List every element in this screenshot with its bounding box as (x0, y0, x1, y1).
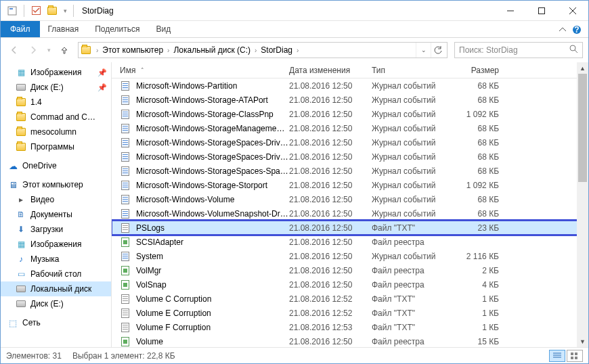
sidebar-item[interactable]: 🗎Документы (1, 207, 111, 222)
folder-icon (16, 97, 26, 108)
address-bar[interactable]: › Этот компьютер › Локальный диск (C:) ›… (78, 42, 448, 58)
sidebar-item[interactable]: ♪Музыка (1, 252, 111, 267)
file-row[interactable]: Volume21.08.2016 12:50Файл реестра15 КБ (112, 334, 588, 347)
file-size: 23 КБ (452, 223, 506, 233)
chevron-right-icon[interactable]: › (95, 47, 100, 54)
sidebar-item[interactable]: Диск (E:)📌 (1, 80, 111, 95)
sidebar-item[interactable]: Commad and C… (1, 110, 111, 124)
svg-point-9 (570, 45, 575, 51)
file-type: Файл "TXT" (372, 223, 452, 233)
file-list-pane: Имя˄ Дата изменения Тип Размер Microsoft… (112, 62, 588, 347)
file-row[interactable]: Volume F Corruption21.08.2016 12:53Файл … (112, 320, 588, 334)
breadcrumb-item[interactable]: Локальный диск (C:) (171, 45, 253, 55)
scroll-down-icon[interactable]: ▼ (577, 336, 588, 347)
chevron-right-icon[interactable]: › (295, 47, 300, 54)
ribbon-collapse-icon[interactable] (559, 21, 567, 38)
file-row[interactable]: VolMgr21.08.2016 12:50Файл реестра2 КБ (112, 263, 588, 277)
properties-icon[interactable] (5, 3, 20, 18)
breadcrumb-item[interactable]: StorDiag (258, 45, 295, 55)
scroll-up-icon[interactable]: ▲ (577, 62, 588, 74)
sidebar-item[interactable]: 1.4 (1, 95, 111, 110)
file-date: 21.08.2016 12:50 (289, 209, 372, 219)
video-icon: ▸ (16, 194, 26, 205)
file-type: Журнал событий (372, 81, 452, 91)
column-date[interactable]: Дата изменения (289, 66, 372, 75)
close-button[interactable] (557, 1, 588, 21)
file-row[interactable]: SCSIAdapter21.08.2016 12:50Файл реестра (112, 235, 588, 249)
sidebar-onedrive[interactable]: ☁ OneDrive (1, 158, 111, 173)
file-row[interactable]: Microsoft-Windows-StorageSpaces-Spac…21.… (112, 164, 588, 178)
scroll-thumb[interactable] (578, 74, 587, 182)
back-button[interactable] (6, 42, 22, 58)
search-icon[interactable] (569, 45, 578, 55)
file-row[interactable]: PSLogs21.08.2016 12:50Файл "TXT"23 КБ (112, 221, 588, 235)
sidebar-item[interactable]: ⬇Загрузки (1, 222, 111, 237)
svg-rect-4 (539, 7, 545, 14)
chevron-right-icon[interactable]: › (166, 47, 171, 54)
qat-dropdown-icon[interactable]: ▾ (61, 3, 69, 18)
file-row[interactable]: Microsoft-Windows-Partition21.08.2016 12… (112, 78, 588, 93)
sidebar-this-pc[interactable]: 🖥 Этот компьютер (1, 177, 111, 192)
file-row[interactable]: Microsoft-Windows-StorageManagemen…21.08… (112, 121, 588, 135)
file-row[interactable]: Microsoft-Windows-Storage-Storport21.08.… (112, 178, 588, 192)
event-file-icon (120, 81, 131, 91)
file-row[interactable]: VolSnap21.08.2016 12:50Файл реестра4 КБ (112, 277, 588, 292)
sidebar-item[interactable]: ▦Изображения (1, 237, 111, 252)
chevron-right-icon[interactable]: › (253, 47, 258, 54)
sidebar-item[interactable]: ▭Рабочий стол (1, 267, 111, 281)
status-selection: Выбран 1 элемент: 22,8 КБ (72, 351, 175, 361)
sidebar-item-label: 1.4 (30, 97, 42, 107)
this-pc-icon: 🖥 (7, 179, 18, 190)
refresh-icon[interactable] (431, 43, 445, 58)
pictures-icon: ▦ (16, 239, 26, 250)
column-type[interactable]: Тип (372, 66, 452, 75)
maximize-button[interactable] (526, 1, 557, 21)
pin-icon: 📌 (97, 83, 107, 92)
folder-icon[interactable] (45, 3, 60, 18)
recent-dropdown-icon[interactable]: ▾ (44, 42, 53, 58)
window-controls (495, 1, 588, 21)
sidebar-item[interactable]: ▸Видео (1, 192, 111, 207)
tab-home[interactable]: Главная (40, 21, 87, 37)
tab-share[interactable]: Поделиться (87, 21, 148, 37)
sidebar-item[interactable]: Диск (E:) (1, 296, 111, 311)
file-type: Файл реестра (372, 280, 452, 290)
sidebar-network[interactable]: ⬚ Сеть (1, 315, 111, 330)
up-button[interactable] (56, 42, 72, 58)
file-row[interactable]: Microsoft-Windows-Volume21.08.2016 12:50… (112, 192, 588, 206)
file-row[interactable]: Microsoft-Windows-VolumeSnapshot-Dr…21.0… (112, 206, 588, 221)
main-area: ▦Изображения📌Диск (E:)📌1.4Commad and C…m… (1, 62, 588, 347)
vertical-scrollbar[interactable]: ▲ ▼ (577, 62, 588, 347)
sidebar-item[interactable]: Локальный диск (1, 281, 111, 296)
file-type: Журнал событий (372, 166, 452, 176)
column-size[interactable]: Размер (452, 66, 506, 75)
sidebar-item[interactable]: ▦Изображения📌 (1, 65, 111, 80)
breadcrumb-item[interactable]: Этот компьютер (100, 45, 166, 55)
file-row[interactable]: System21.08.2016 12:50Журнал событий2 11… (112, 249, 588, 263)
file-row[interactable]: Microsoft-Windows-StorageSpaces-Driv…21.… (112, 150, 588, 164)
forward-button[interactable] (25, 42, 41, 58)
sort-ascending-icon: ˄ (141, 67, 144, 74)
column-name[interactable]: Имя˄ (120, 66, 289, 75)
address-dropdown-icon[interactable]: ⌄ (416, 43, 431, 58)
file-row[interactable]: Volume E Corruption21.08.2016 12:52Файл … (112, 306, 588, 320)
file-row[interactable]: Microsoft-Windows-Storage-ClassPnp21.08.… (112, 107, 588, 121)
file-date: 21.08.2016 12:50 (289, 337, 372, 346)
search-input[interactable]: Поиск: StorDiag (454, 42, 583, 58)
minimize-button[interactable] (495, 1, 526, 21)
file-name: Microsoft-Windows-StorageSpaces-Driv… (136, 138, 289, 147)
file-row[interactable]: Microsoft-Windows-StorageSpaces-Driv…21.… (112, 135, 588, 150)
help-icon[interactable]: ? (571, 21, 583, 38)
large-icons-view-button[interactable] (567, 350, 583, 362)
svg-rect-1 (9, 8, 13, 9)
file-row[interactable]: Volume C Corruption21.08.2016 12:52Файл … (112, 292, 588, 306)
svg-rect-15 (575, 352, 577, 355)
tab-view[interactable]: Вид (148, 21, 179, 37)
file-row[interactable]: Microsoft-Windows-Storage-ATAPort21.08.2… (112, 93, 588, 107)
file-tab[interactable]: Файл (1, 21, 40, 37)
details-view-button[interactable] (549, 350, 565, 362)
checkbox-icon[interactable] (28, 3, 43, 18)
sidebar-item-label: Видео (30, 195, 54, 204)
sidebar-item[interactable]: Программы (1, 139, 111, 154)
sidebar-item[interactable]: mesocolumn (1, 124, 111, 139)
